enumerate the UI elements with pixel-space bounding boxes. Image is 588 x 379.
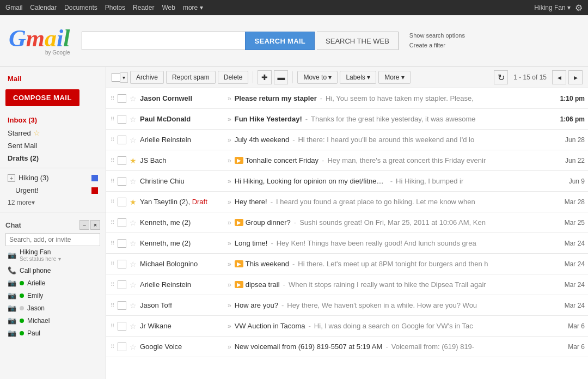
email-preview: Hey Ken! Things have been really good! A… bbox=[277, 239, 553, 247]
nav-documents[interactable]: Documents bbox=[64, 4, 97, 11]
chat-close-button[interactable]: × bbox=[90, 220, 100, 230]
delete-button[interactable]: Delete bbox=[218, 71, 249, 84]
nav-reader[interactable]: Reader bbox=[133, 4, 154, 11]
email-row[interactable]: ⠿☆Arielle Reinstein»▶dipsea trail - When… bbox=[106, 274, 588, 295]
chat-user-michael[interactable]: 📷 Michael bbox=[5, 314, 100, 327]
nav-photos[interactable]: Photos bbox=[105, 4, 125, 11]
row-star[interactable]: ☆ bbox=[128, 322, 138, 331]
email-preview: Sushi sounds great! On Fri, Mar 25, 2011… bbox=[299, 218, 553, 227]
gear-icon[interactable]: ⚙ bbox=[575, 3, 583, 13]
row-checkbox[interactable] bbox=[118, 115, 126, 124]
page-count: 1 - 15 of 15 bbox=[513, 74, 547, 81]
move-to-button[interactable]: Move to ▾ bbox=[297, 71, 338, 84]
logo-l: l bbox=[63, 25, 70, 52]
email-content: ▶This weekend - Hi there. Let's meet up … bbox=[235, 260, 553, 268]
row-star[interactable]: ☆ bbox=[128, 136, 138, 144]
email-row[interactable]: ⠿☆Christine Chiu»Hi Hiking, Looking for … bbox=[106, 171, 588, 192]
email-dash: - bbox=[283, 280, 285, 289]
create-filter-link[interactable]: Create a filter bbox=[409, 41, 465, 51]
show-search-options-link[interactable]: Show search options bbox=[409, 31, 465, 41]
search-input[interactable] bbox=[82, 32, 245, 50]
email-time: Mar 6 bbox=[555, 343, 585, 351]
row-checkbox[interactable] bbox=[118, 218, 126, 227]
chat-user-paul[interactable]: 📷 Paul bbox=[5, 327, 100, 339]
nav-more[interactable]: more ▾ bbox=[183, 4, 203, 11]
sidebar-label-urgent[interactable]: Urgent! bbox=[0, 184, 106, 197]
sidebar-item-drafts[interactable]: Drafts (2) bbox=[0, 152, 106, 164]
row-star[interactable]: ☆ bbox=[128, 177, 138, 186]
email-row[interactable]: ⠿☆Kenneth, me (2)»▶Group dinner? - Sushi… bbox=[106, 212, 588, 233]
select-dropdown[interactable]: ▾ bbox=[120, 72, 128, 83]
row-star[interactable]: ☆ bbox=[128, 218, 138, 227]
row-checkbox[interactable] bbox=[118, 136, 126, 144]
chat-user-callphone[interactable]: 📞 Call phone bbox=[5, 264, 100, 277]
row-checkbox[interactable] bbox=[118, 239, 126, 248]
nav-web[interactable]: Web bbox=[162, 4, 175, 11]
row-checkbox[interactable] bbox=[118, 198, 126, 206]
more-button[interactable]: More ▾ bbox=[378, 71, 411, 84]
row-checkbox[interactable] bbox=[118, 301, 126, 310]
chat-minimize-button[interactable]: − bbox=[79, 220, 89, 230]
report-spam-button[interactable]: Report spam bbox=[166, 71, 216, 84]
row-star[interactable]: ☆ bbox=[128, 94, 138, 103]
email-row[interactable]: ⠿☆Google Voice»New voicemail from (619) … bbox=[106, 337, 588, 357]
row-star[interactable]: ☆ bbox=[128, 260, 138, 268]
nav-calendar[interactable]: Calendar bbox=[30, 4, 57, 11]
chat-search-input[interactable] bbox=[5, 233, 100, 246]
archive-button[interactable]: Archive bbox=[130, 71, 164, 84]
sidebar-item-inbox[interactable]: Inbox (3) bbox=[0, 114, 106, 126]
sidebar-item-sent[interactable]: Sent Mail bbox=[0, 139, 106, 152]
chat-user-arielle[interactable]: 📷 Arielle bbox=[5, 277, 100, 289]
search-web-button[interactable]: SEARCH THE WEB bbox=[317, 32, 399, 50]
email-row[interactable]: ⠿☆Arielle Reinstein»July 4th weekend - H… bbox=[106, 130, 588, 150]
email-row[interactable]: ⠿☆Michael Bolognino»▶This weekend - Hi t… bbox=[106, 254, 588, 274]
chat-user-emily[interactable]: 📷 Emily bbox=[5, 289, 100, 302]
logo-a: a bbox=[45, 25, 57, 52]
drag-handle: ⠿ bbox=[109, 282, 115, 288]
row-star[interactable]: ☆ bbox=[128, 239, 138, 248]
sidebar-label-hiking[interactable]: + Hiking (3) bbox=[0, 172, 106, 184]
checkbox-area: ▾ bbox=[112, 72, 128, 83]
chat-user-hikingfan[interactable]: 📷 Hiking Fan Set status here ▾ bbox=[5, 246, 100, 264]
row-star[interactable]: ★ bbox=[128, 156, 138, 165]
next-page-button[interactable]: ▸ bbox=[568, 70, 583, 84]
row-star[interactable]: ☆ bbox=[128, 115, 138, 124]
email-row[interactable]: ⠿☆Kenneth, me (2)»Long time! - Hey Ken! … bbox=[106, 233, 588, 254]
row-checkbox[interactable] bbox=[118, 94, 126, 103]
chat-user-jason[interactable]: 📷 Jason bbox=[5, 302, 100, 314]
email-row[interactable]: ⠿★Yan Tseytlin (2), Draft»Hey there! - I… bbox=[106, 192, 588, 212]
row-checkbox[interactable] bbox=[118, 343, 126, 351]
row-checkbox[interactable] bbox=[118, 177, 126, 186]
email-row[interactable]: ⠿☆Jason Cornwell»Please return my staple… bbox=[106, 88, 588, 109]
row-star[interactable]: ★ bbox=[128, 198, 138, 206]
select-all-checkbox[interactable] bbox=[112, 73, 120, 82]
email-preview: Voicemail from: (619) 819- bbox=[391, 343, 553, 351]
row-star[interactable]: ☆ bbox=[128, 343, 138, 351]
prev-page-button[interactable]: ◂ bbox=[552, 70, 566, 84]
row-checkbox[interactable] bbox=[118, 156, 126, 165]
row-checkbox[interactable] bbox=[118, 280, 126, 289]
sidebar-item-starred[interactable]: Starred ☆ bbox=[0, 126, 106, 139]
search-mail-button[interactable]: SEARCH MAIL bbox=[245, 32, 315, 50]
email-subject: Long time! bbox=[235, 239, 268, 247]
email-row[interactable]: ⠿☆Paul McDonald»Fun Hike Yesterday! - Th… bbox=[106, 109, 588, 130]
email-row[interactable]: ⠿★JS Bach»▶Tonhalle concert Friday - Hey… bbox=[106, 150, 588, 171]
email-dash: - bbox=[292, 260, 295, 268]
compose-mail-button[interactable]: COMPOSE MAIL bbox=[5, 89, 79, 106]
more-labels[interactable]: 12 more▾ bbox=[0, 197, 106, 209]
row-star[interactable]: ☆ bbox=[128, 280, 138, 289]
nav-gmail[interactable]: Gmail bbox=[5, 4, 22, 11]
labels-button[interactable]: Labels ▾ bbox=[340, 71, 376, 84]
toolbar-icon-plus[interactable]: ✚ bbox=[258, 70, 272, 84]
row-star[interactable]: ☆ bbox=[128, 301, 138, 310]
jason-video-icon: 📷 bbox=[8, 304, 16, 312]
refresh-button[interactable]: ↻ bbox=[494, 70, 508, 84]
hiking-label: Hiking (3) bbox=[19, 174, 49, 182]
email-row[interactable]: ⠿☆Jason Toff»How are you? - Hey there, W… bbox=[106, 295, 588, 316]
toolbar-icon-minus[interactable]: ▬ bbox=[274, 70, 288, 84]
email-sender: Jason Cornwell bbox=[140, 94, 224, 102]
user-name[interactable]: Hiking Fan ▾ bbox=[534, 4, 571, 11]
email-row[interactable]: ⠿☆Jr Wikane»VW Auction in Tacoma - Hi, I… bbox=[106, 316, 588, 337]
row-checkbox[interactable] bbox=[118, 260, 126, 268]
row-checkbox[interactable] bbox=[118, 322, 126, 331]
